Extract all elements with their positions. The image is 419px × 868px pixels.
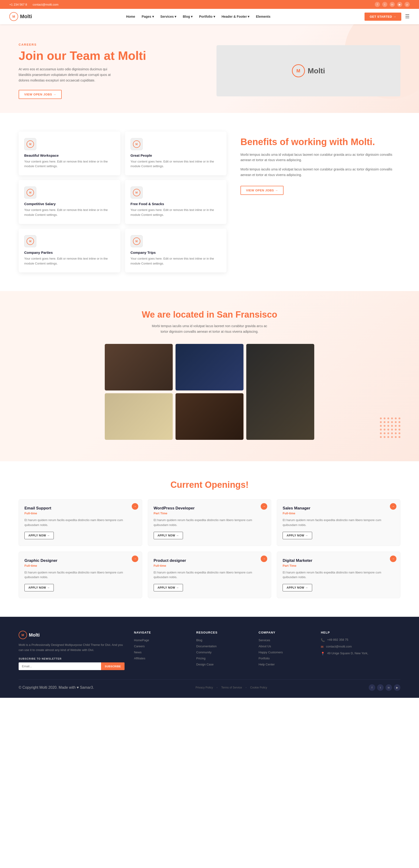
benefit-card-3: M Free Food & Snacks Your content goes h… [125,180,227,224]
footer-navigate-heading: NAVIGATE [134,631,187,634]
footer-link-pricing[interactable]: Pricing [196,657,205,660]
hero-description: At vero eos et accusamus iusto odio dign… [19,67,117,83]
footer-instagram-icon[interactable]: in [385,684,392,691]
nav-pages[interactable]: Pages ▾ [142,15,154,19]
nav-links: Home Pages ▾ Services ▾ Blog ▾ Portfolio… [126,15,270,19]
job-card-0: → Email Support Full-time Et harum quide… [19,499,142,546]
footer: M Molti Molti is a Professionally Design… [0,617,419,698]
benefit-icon-3: M [131,186,143,198]
phone-number: +1 234 567 8 [9,3,27,6]
benefit-card-2: M Competitive Salary Your content goes h… [19,180,120,224]
footer-link-homepage[interactable]: HomePage [134,639,149,642]
footer-link-community[interactable]: Community [196,651,212,654]
footer-brand-desc: Molti is a Professionally Designed Multi… [19,642,125,653]
benefit-text-4: Your content goes here. Edit or remove t… [24,256,115,266]
apply-button-4[interactable]: APPLY NOW → [154,584,183,591]
nav-logo[interactable]: M Molti [9,12,32,21]
get-started-button[interactable]: GET STARTED → [364,12,401,21]
job-arrow-3[interactable]: → [132,556,138,562]
apply-button-5[interactable]: APPLY NOW → [283,584,312,591]
benefit-icon-0: M [24,138,36,150]
instagram-icon[interactable]: in [390,2,395,7]
apply-button-2[interactable]: APPLY NOW → [283,532,312,539]
job-card-3: → Graphic Designer Full-time Et harum qu… [19,552,142,598]
footer-link-careers[interactable]: Careers [134,645,144,648]
footer-link-help-center[interactable]: Help Center [259,663,275,666]
benefits-heading-highlight: Benefits [240,137,277,147]
footer-resources-links: Blog Documentation Community Pricing Des… [196,638,249,666]
nav-right: GET STARTED → ☰ [364,12,410,21]
newsletter-label: SUBSCRIBE TO NEWSLETTER [19,657,125,660]
job-desc-4: Et harum quidem rerum facilis expedita d… [154,570,266,580]
job-type-3: Full-time [25,564,136,567]
footer-link-portfolio[interactable]: Portfolio [259,657,270,660]
location-photo-grid [105,344,314,443]
job-title-2: Sales Manager [283,506,394,510]
benefit-title-5: Company Trips [131,251,221,254]
job-arrow-1[interactable]: → [261,503,267,510]
job-type-2: Full-time [283,512,394,515]
location-description: Morbi tempus iaculis urna id volutpat la… [151,323,268,335]
job-desc-2: Et harum quidem rerum facilis expedita d… [283,518,394,528]
nav-blog[interactable]: Blog ▾ [183,15,193,19]
job-arrow-2[interactable]: → [390,503,396,510]
email-address: contact@molti.com [33,3,58,6]
footer-terms-link[interactable]: Terms of Service [221,686,242,689]
footer-link-services[interactable]: Services [259,639,270,642]
hamburger-icon[interactable]: ☰ [405,13,410,20]
apply-button-1[interactable]: APPLY NOW → [154,532,183,539]
benefit-title-1: Great People [131,153,221,157]
job-card-2: → Sales Manager Full-time Et harum quide… [277,499,400,546]
footer-link-blog[interactable]: Blog [196,639,202,642]
benefit-text-3: Your content goes here. Edit or remove t… [131,208,221,217]
nav-home[interactable]: Home [126,15,135,19]
nav-services[interactable]: Services ▾ [160,15,176,19]
facebook-icon[interactable]: f [375,2,380,7]
footer-link-documentation[interactable]: Documentation [196,645,217,648]
job-arrow-4[interactable]: → [261,556,267,562]
hero-logo-display: M Molti [292,64,325,77]
hero-cta-button[interactable]: VIEW OPEN JOBS → [19,90,62,99]
top-bar-left: +1 234 567 8 contact@molti.com [9,3,58,6]
footer-twitter-icon[interactable]: t [377,684,384,691]
footer-link-news[interactable]: News [134,651,141,654]
benefit-text-5: Your content goes here. Edit or remove t… [131,256,221,266]
nav-portfolio[interactable]: Portfolio ▾ [199,15,215,19]
apply-button-0[interactable]: APPLY NOW → [25,532,54,539]
logo-icon: M [9,12,18,21]
job-title-4: Product designer [154,558,266,563]
footer-cookie-link[interactable]: Cookie Policy [250,686,267,689]
footer-logo-name: Molti [29,632,40,638]
job-arrow-5[interactable]: → [390,556,396,562]
footer-link-about[interactable]: About Us [259,645,271,648]
nav-header-footer[interactable]: Header & Footer ▾ [222,15,250,19]
newsletter-input[interactable] [19,662,101,670]
footer-link-design-case[interactable]: Design Case [196,663,214,666]
footer-link-affiliates[interactable]: Affiliates [134,657,145,660]
benefits-heading-rest: of working with Molti. [277,137,375,147]
benefit-text-2: Your content goes here. Edit or remove t… [24,208,115,217]
footer-company-heading: COMPANY [259,631,312,634]
nav-elements[interactable]: Elements [256,15,270,19]
benefit-icon-1: M [131,138,143,150]
footer-help-address: 📍 49 Unige Square D, New York, [321,651,400,655]
pinterest-icon[interactable]: p [405,2,410,7]
footer-link-happy-customers[interactable]: Happy Customers [259,651,283,654]
benefits-desc-1: Morbi tempus iaculis urna id volutpat la… [240,152,400,163]
footer-facebook-icon[interactable]: f [369,684,375,691]
top-bar-social: f t in ▶ p [375,2,410,7]
apply-button-3[interactable]: APPLY NOW → [25,584,54,591]
newsletter-subscribe-button[interactable]: SUBSCRIBE [101,662,125,670]
twitter-icon[interactable]: t [382,2,387,7]
youtube-icon[interactable]: ▶ [397,2,402,7]
job-type-1: Part Time [154,512,266,515]
location-section: We are located in San Fransisco Morbi te… [0,291,419,461]
footer-privacy-link[interactable]: Privacy Policy [196,686,213,689]
job-arrow-0[interactable]: → [132,503,138,510]
navbar: M Molti Home Pages ▾ Services ▾ Blog ▾ P… [0,9,419,24]
email-icon: ✉ [321,645,324,649]
logo-name: Molti [20,13,32,20]
footer-youtube-icon[interactable]: ▶ [394,684,400,691]
benefits-cta-button[interactable]: VIEW OPEN JOBS → [240,186,284,195]
hero-section: CAREERS Join our Team at Molti At vero e… [0,24,419,113]
